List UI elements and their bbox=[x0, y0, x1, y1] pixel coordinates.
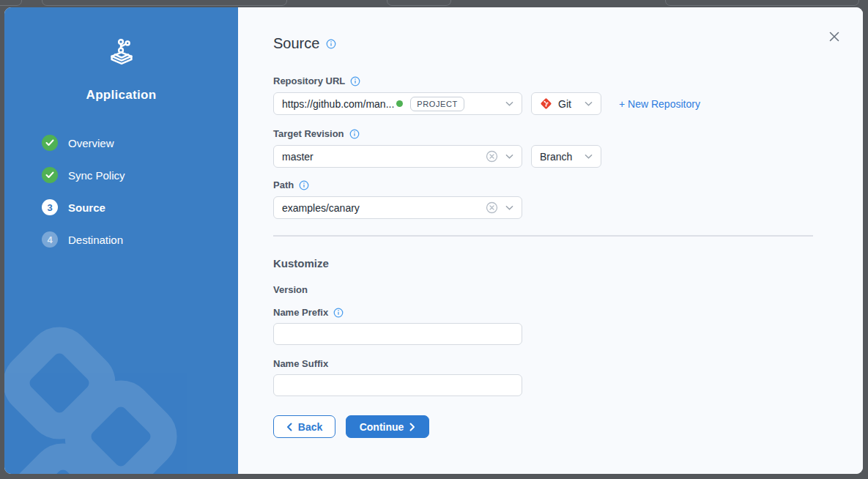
continue-button[interactable]: Continue bbox=[346, 415, 429, 438]
chevron-down-icon bbox=[505, 154, 513, 160]
chevron-down-icon bbox=[585, 101, 593, 107]
name-suffix-input[interactable] bbox=[273, 374, 522, 396]
wizard-sidebar: Application Overview Sync Policy bbox=[4, 7, 238, 474]
repository-url-label: Repository URL bbox=[273, 75, 345, 86]
step-source[interactable]: 3 Source bbox=[42, 199, 125, 215]
page-title: Source bbox=[273, 35, 319, 52]
target-revision-select[interactable]: master bbox=[273, 145, 522, 168]
section-divider bbox=[273, 235, 813, 237]
step-label: Destination bbox=[68, 234, 123, 246]
background-card bbox=[0, 0, 22, 6]
target-revision-label: Target Revision bbox=[273, 128, 344, 139]
repository-url-value: https://github.com/man... bbox=[282, 98, 394, 110]
repo-connected-status-dot bbox=[396, 100, 403, 107]
clear-icon[interactable] bbox=[486, 201, 498, 214]
path-label: Path bbox=[273, 179, 294, 190]
name-prefix-label: Name Prefix bbox=[273, 307, 328, 318]
chevron-down-icon bbox=[505, 205, 513, 211]
kustomize-heading: Kustomize bbox=[273, 257, 863, 270]
wizard-steps: Overview Sync Policy 3 Source 4 Destinat… bbox=[4, 135, 125, 248]
new-repository-link[interactable]: + New Repository bbox=[619, 98, 700, 110]
path-select[interactable]: examples/canary bbox=[273, 196, 522, 219]
repository-url-select[interactable]: https://github.com/man... PROJECT bbox=[273, 92, 522, 115]
continue-button-label: Continue bbox=[360, 421, 404, 433]
background-card bbox=[665, 0, 859, 6]
wizard-title: Application bbox=[86, 88, 157, 103]
repository-type-value: Git bbox=[558, 98, 571, 110]
step-label: Overview bbox=[68, 137, 114, 149]
step-label: Sync Policy bbox=[68, 169, 125, 182]
back-button[interactable]: Back bbox=[273, 415, 335, 438]
info-icon[interactable] bbox=[349, 129, 360, 139]
version-label: Version bbox=[273, 284, 863, 295]
repository-type-select[interactable]: Git bbox=[531, 92, 601, 115]
revision-type-value: Branch bbox=[540, 151, 572, 163]
step-number-badge: 3 bbox=[42, 199, 58, 215]
application-wizard-dialog: Application Overview Sync Policy bbox=[4, 7, 863, 474]
path-value: examples/canary bbox=[282, 202, 360, 214]
info-icon[interactable] bbox=[333, 308, 344, 318]
close-icon[interactable] bbox=[828, 30, 841, 43]
step-done-check-icon bbox=[42, 135, 58, 151]
application-icon bbox=[105, 37, 138, 70]
back-button-label: Back bbox=[298, 421, 322, 433]
chevron-right-icon bbox=[409, 423, 415, 431]
revision-type-select[interactable]: Branch bbox=[531, 145, 601, 168]
clear-icon[interactable] bbox=[486, 150, 498, 163]
step-done-check-icon bbox=[42, 167, 58, 183]
name-suffix-label: Name Suffix bbox=[273, 358, 863, 369]
info-icon[interactable] bbox=[350, 76, 360, 86]
name-prefix-input[interactable] bbox=[273, 323, 522, 345]
info-icon[interactable] bbox=[326, 39, 336, 49]
background-card bbox=[387, 0, 451, 6]
chevron-left-icon bbox=[286, 423, 292, 431]
git-icon bbox=[540, 97, 552, 110]
step-destination[interactable]: 4 Destination bbox=[42, 231, 125, 248]
step-sync-policy[interactable]: Sync Policy bbox=[42, 167, 125, 183]
chevron-down-icon bbox=[505, 101, 513, 107]
step-label: Source bbox=[68, 201, 105, 214]
info-icon[interactable] bbox=[299, 180, 309, 190]
target-revision-value: master bbox=[282, 151, 314, 163]
background-card bbox=[42, 0, 287, 6]
step-number-badge: 4 bbox=[42, 231, 58, 248]
chevron-down-icon bbox=[585, 154, 593, 160]
project-badge: PROJECT bbox=[410, 97, 464, 111]
source-step-panel: Source Repository URL h bbox=[238, 7, 863, 474]
step-overview[interactable]: Overview bbox=[42, 135, 125, 151]
